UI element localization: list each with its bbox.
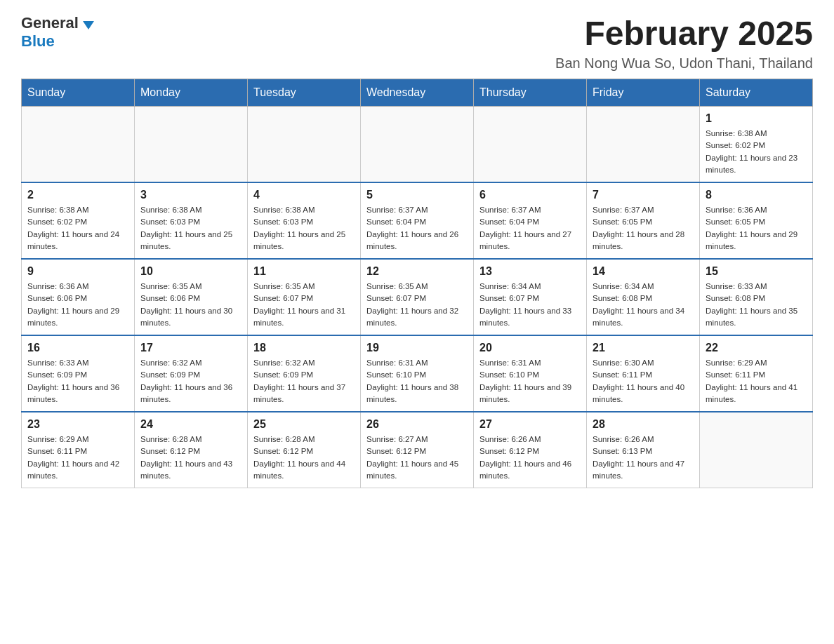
day-number: 2 [27,189,128,201]
weekday-header-wednesday: Wednesday [361,79,474,107]
calendar-cell: 21Sunrise: 6:30 AMSunset: 6:11 PMDayligh… [587,335,700,412]
day-number: 17 [140,342,241,354]
calendar-cell: 10Sunrise: 6:35 AMSunset: 6:06 PMDayligh… [135,259,248,335]
weekday-header-saturday: Saturday [700,79,813,107]
day-info: Sunrise: 6:31 AMSunset: 6:10 PMDaylight:… [479,357,581,405]
day-info: Sunrise: 6:28 AMSunset: 6:12 PMDaylight:… [140,434,241,482]
day-info: Sunrise: 6:37 AMSunset: 6:04 PMDaylight:… [479,204,581,253]
calendar-week-row: 1Sunrise: 6:38 AMSunset: 6:02 PMDaylight… [22,107,813,183]
day-info: Sunrise: 6:32 AMSunset: 6:09 PMDaylight:… [140,357,241,405]
day-info: Sunrise: 6:33 AMSunset: 6:08 PMDaylight:… [706,281,807,329]
weekday-header-sunday: Sunday [22,79,135,107]
day-info: Sunrise: 6:37 AMSunset: 6:04 PMDaylight:… [366,204,468,253]
calendar-week-row: 23Sunrise: 6:29 AMSunset: 6:11 PMDayligh… [22,412,813,488]
calendar-cell: 14Sunrise: 6:34 AMSunset: 6:08 PMDayligh… [587,259,700,335]
day-number: 21 [593,342,694,354]
calendar-cell: 20Sunrise: 6:31 AMSunset: 6:10 PMDayligh… [474,335,587,412]
day-number: 27 [479,418,581,431]
day-number: 7 [593,189,694,201]
calendar-week-row: 2Sunrise: 6:38 AMSunset: 6:02 PMDaylight… [22,182,813,259]
day-info: Sunrise: 6:31 AMSunset: 6:10 PMDaylight:… [366,357,468,405]
day-number: 8 [706,189,807,201]
weekday-header-row: SundayMondayTuesdayWednesdayThursdayFrid… [22,79,813,107]
calendar-cell: 5Sunrise: 6:37 AMSunset: 6:04 PMDaylight… [361,182,474,259]
calendar-cell: 24Sunrise: 6:28 AMSunset: 6:12 PMDayligh… [135,412,248,488]
day-number: 4 [253,189,355,201]
day-info: Sunrise: 6:38 AMSunset: 6:02 PMDaylight:… [27,204,128,253]
calendar-cell: 16Sunrise: 6:33 AMSunset: 6:09 PMDayligh… [22,335,135,412]
day-number: 20 [479,342,581,354]
day-number: 23 [27,418,128,431]
calendar-cell: 15Sunrise: 6:33 AMSunset: 6:08 PMDayligh… [700,259,813,335]
calendar-cell: 28Sunrise: 6:26 AMSunset: 6:13 PMDayligh… [587,412,700,488]
calendar-cell: 25Sunrise: 6:28 AMSunset: 6:12 PMDayligh… [248,412,361,488]
day-number: 14 [593,265,694,278]
day-info: Sunrise: 6:27 AMSunset: 6:12 PMDaylight:… [366,434,468,482]
weekday-header-friday: Friday [587,79,700,107]
day-number: 1 [706,112,807,125]
logo: General Blue [21,14,94,51]
day-info: Sunrise: 6:36 AMSunset: 6:06 PMDaylight:… [27,281,128,329]
day-info: Sunrise: 6:29 AMSunset: 6:11 PMDaylight:… [706,357,807,405]
calendar-cell [474,107,587,183]
month-year-title: February 2025 [555,14,813,53]
logo-blue-text: Blue [21,32,55,50]
day-info: Sunrise: 6:30 AMSunset: 6:11 PMDaylight:… [593,357,694,405]
calendar-cell: 1Sunrise: 6:38 AMSunset: 6:02 PMDaylight… [700,107,813,183]
weekday-header-thursday: Thursday [474,79,587,107]
day-number: 6 [479,189,581,201]
calendar-cell: 23Sunrise: 6:29 AMSunset: 6:11 PMDayligh… [22,412,135,488]
calendar-cell: 22Sunrise: 6:29 AMSunset: 6:11 PMDayligh… [700,335,813,412]
day-number: 5 [366,189,468,201]
day-number: 25 [253,418,355,431]
logo-top-row: General [21,14,94,32]
day-number: 3 [140,189,241,201]
day-info: Sunrise: 6:35 AMSunset: 6:06 PMDaylight:… [140,281,241,329]
day-info: Sunrise: 6:29 AMSunset: 6:11 PMDaylight:… [27,434,128,482]
calendar-cell: 12Sunrise: 6:35 AMSunset: 6:07 PMDayligh… [361,259,474,335]
day-info: Sunrise: 6:34 AMSunset: 6:07 PMDaylight:… [479,281,581,329]
weekday-header-tuesday: Tuesday [248,79,361,107]
day-number: 16 [27,342,128,354]
page-header: General Blue February 2025 Ban Nong Wua … [21,14,813,72]
day-number: 11 [253,265,355,278]
day-info: Sunrise: 6:38 AMSunset: 6:03 PMDaylight:… [140,204,241,253]
calendar-cell [248,107,361,183]
day-number: 28 [593,418,694,431]
calendar-week-row: 9Sunrise: 6:36 AMSunset: 6:06 PMDaylight… [22,259,813,335]
day-number: 15 [706,265,807,278]
calendar-cell: 7Sunrise: 6:37 AMSunset: 6:05 PMDaylight… [587,182,700,259]
calendar-cell: 26Sunrise: 6:27 AMSunset: 6:12 PMDayligh… [361,412,474,488]
day-number: 13 [479,265,581,278]
day-info: Sunrise: 6:26 AMSunset: 6:12 PMDaylight:… [479,434,581,482]
calendar-cell: 27Sunrise: 6:26 AMSunset: 6:12 PMDayligh… [474,412,587,488]
day-info: Sunrise: 6:37 AMSunset: 6:05 PMDaylight:… [593,204,694,253]
calendar-cell: 11Sunrise: 6:35 AMSunset: 6:07 PMDayligh… [248,259,361,335]
calendar-cell [361,107,474,183]
calendar-cell: 19Sunrise: 6:31 AMSunset: 6:10 PMDayligh… [361,335,474,412]
calendar-cell [22,107,135,183]
day-info: Sunrise: 6:34 AMSunset: 6:08 PMDaylight:… [593,281,694,329]
logo-triangle-icon [83,21,94,29]
day-number: 19 [366,342,468,354]
day-number: 18 [253,342,355,354]
day-info: Sunrise: 6:26 AMSunset: 6:13 PMDaylight:… [593,434,694,482]
day-info: Sunrise: 6:32 AMSunset: 6:09 PMDaylight:… [253,357,355,405]
calendar-cell: 2Sunrise: 6:38 AMSunset: 6:02 PMDaylight… [22,182,135,259]
day-number: 9 [27,265,128,278]
day-info: Sunrise: 6:36 AMSunset: 6:05 PMDaylight:… [706,204,807,253]
calendar-week-row: 16Sunrise: 6:33 AMSunset: 6:09 PMDayligh… [22,335,813,412]
day-number: 26 [366,418,468,431]
day-number: 22 [706,342,807,354]
calendar-cell: 8Sunrise: 6:36 AMSunset: 6:05 PMDaylight… [700,182,813,259]
day-info: Sunrise: 6:28 AMSunset: 6:12 PMDaylight:… [253,434,355,482]
day-number: 12 [366,265,468,278]
calendar-cell: 4Sunrise: 6:38 AMSunset: 6:03 PMDaylight… [248,182,361,259]
calendar-cell: 9Sunrise: 6:36 AMSunset: 6:06 PMDaylight… [22,259,135,335]
calendar-cell: 17Sunrise: 6:32 AMSunset: 6:09 PMDayligh… [135,335,248,412]
location-subtitle: Ban Nong Wua So, Udon Thani, Thailand [555,55,813,72]
weekday-header-monday: Monday [135,79,248,107]
calendar-cell: 3Sunrise: 6:38 AMSunset: 6:03 PMDaylight… [135,182,248,259]
day-number: 10 [140,265,241,278]
day-number: 24 [140,418,241,431]
